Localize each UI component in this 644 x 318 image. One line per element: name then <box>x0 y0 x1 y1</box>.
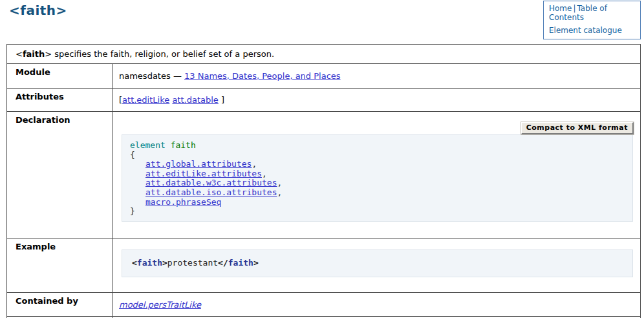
contained-by-label: Contained by <box>7 293 113 317</box>
nav-link-home[interactable]: Home <box>549 4 572 13</box>
declaration-label: Declaration <box>7 112 113 238</box>
attributes-row: Attributes [att.editLike att.datable ] <box>7 89 641 112</box>
declaration-open-brace: { <box>130 151 632 160</box>
example-label: Example <box>7 238 113 293</box>
module-value: namesdates — 13 Names, Dates, People, an… <box>113 64 641 89</box>
module-name: namesdates <box>119 71 171 81</box>
gi-open-bracket: < <box>16 49 23 59</box>
declaration-ref-line: att.global.attributes, <box>130 160 632 169</box>
comma: , <box>252 159 257 169</box>
declaration-ref-line: macro.phraseSeq <box>130 198 632 207</box>
gi-tag-name: faith <box>23 49 45 59</box>
attributes-label: Attributes <box>7 89 113 112</box>
ref-link-att-datable-w3c-attributes[interactable]: att.datable.w3c.attributes <box>145 178 277 187</box>
open-tag-gt: > <box>162 258 167 268</box>
ref-link-att-global-attributes[interactable]: att.global.attributes <box>145 159 252 169</box>
declaration-ref-line: att.datable.w3c.attributes, <box>130 178 632 188</box>
comma: , <box>277 178 283 187</box>
declaration-row: Declaration Compact to XML format elemen… <box>7 112 641 238</box>
keyword-element: element <box>130 140 166 150</box>
attribute-class-link-editlike[interactable]: att.editLike <box>122 95 169 105</box>
module-label: Module <box>7 64 113 89</box>
comma: , <box>262 169 267 178</box>
close-tag-lt: </ <box>218 258 228 268</box>
module-dash: — <box>173 71 182 81</box>
declaration-ref-line: att.datable.iso.attributes, <box>130 188 632 198</box>
module-row: Module namesdates — 13 Names, Dates, Peo… <box>7 64 641 89</box>
page-title: <faith> <box>9 3 67 18</box>
example-code: <faith>protestant</faith> <box>132 258 259 268</box>
attribute-class-link-datable[interactable]: att.datable <box>172 95 218 105</box>
nav-line-2: Element catalogue <box>549 26 636 35</box>
example-code-block: <faith>protestant</faith> <box>122 249 633 277</box>
nav-link-element-catalogue[interactable]: Element catalogue <box>549 26 622 35</box>
description-text: specifies the faith, religion, or belief… <box>52 49 274 59</box>
declaration-line-element: element faith <box>130 141 632 151</box>
contained-by-link-model-perstraitlike[interactable]: model.persTraitLike <box>119 300 201 310</box>
open-tag-lt: < <box>132 258 137 268</box>
nav-line-1: Home|Table of Contents <box>549 4 636 22</box>
attributes-close-bracket: ] <box>221 95 224 105</box>
close-tag-name: faith <box>228 258 253 268</box>
top-nav-box: Home|Table of Contents Element catalogue <box>543 1 641 39</box>
declaration-close-brace: } <box>130 207 632 217</box>
declaration-ref-line: att.editLike.attributes, <box>130 169 632 179</box>
declaration-content: Compact to XML format element faith { at… <box>113 112 641 238</box>
gi-close-bracket: > <box>45 49 52 59</box>
declaration-code-block: element faith { att.global.attributes, a… <box>122 134 633 222</box>
open-tag-name: faith <box>137 258 162 268</box>
element-description: <faith> specifies the faith, religion, o… <box>7 45 641 64</box>
compact-to-xml-button[interactable]: Compact to XML format <box>521 122 634 134</box>
example-row: Example <faith>protestant</faith> <box>7 238 641 293</box>
module-chapter-link[interactable]: 13 Names, Dates, People, and Places <box>184 71 341 81</box>
attributes-value: [att.editLike att.datable ] <box>113 89 641 112</box>
contained-by-row: Contained by model.persTraitLike <box>7 293 641 317</box>
example-content: <faith>protestant</faith> <box>113 238 641 293</box>
close-tag-gt: > <box>253 258 259 268</box>
description-row: <faith> specifies the faith, religion, o… <box>7 45 641 64</box>
ref-link-att-editlike-attributes[interactable]: att.editLike.attributes <box>145 169 262 178</box>
ref-link-att-datable-iso-attributes[interactable]: att.datable.iso.attributes <box>145 187 277 197</box>
comma: , <box>277 187 283 197</box>
element-spec-table: <faith> specifies the faith, religion, o… <box>6 44 641 318</box>
contained-by-value: model.persTraitLike <box>113 293 641 317</box>
example-text: protestant <box>167 258 218 268</box>
ref-link-macro-phraseseq[interactable]: macro.phraseSeq <box>145 197 221 207</box>
declared-element-name: faith <box>171 140 196 150</box>
